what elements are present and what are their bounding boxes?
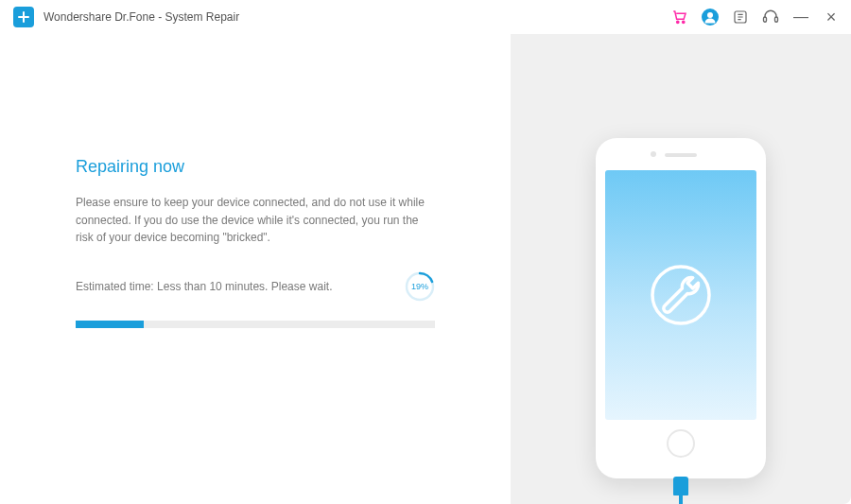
cable-illustration	[673, 477, 688, 504]
phone-illustration	[596, 138, 766, 478]
svg-point-3	[683, 21, 685, 23]
estimate-row: Estimated time: Less than 10 minutes. Pl…	[76, 271, 435, 302]
content: Repairing now Please ensure to keep your…	[0, 34, 851, 504]
progress-bar	[76, 321, 435, 328]
titlebar-controls: — ×	[671, 8, 840, 27]
account-icon[interactable]	[702, 9, 719, 26]
cable-plug	[673, 477, 688, 495]
close-button[interactable]: ×	[823, 8, 840, 27]
app-title: Wondershare Dr.Fone - System Repair	[43, 10, 671, 24]
wrench-icon	[648, 262, 714, 328]
left-pane: Repairing now Please ensure to keep your…	[0, 34, 511, 504]
progress-ring: 19%	[405, 271, 435, 302]
support-icon[interactable]	[762, 9, 779, 26]
progress-percent-label: 19%	[405, 271, 435, 302]
phone-home-button	[667, 429, 695, 458]
svg-point-5	[707, 12, 713, 18]
svg-rect-1	[18, 16, 29, 18]
estimate-text: Estimated time: Less than 10 minutes. Pl…	[76, 280, 332, 293]
progress-bar-fill	[76, 321, 144, 328]
illustration-pane	[511, 34, 851, 504]
phone-camera	[651, 151, 656, 157]
cart-icon[interactable]	[671, 9, 688, 26]
phone-speaker	[665, 153, 697, 157]
minimize-button[interactable]: —	[792, 9, 809, 26]
cable-wire	[679, 495, 683, 504]
svg-rect-8	[775, 17, 778, 22]
app-logo-icon	[13, 7, 34, 27]
phone-screen	[605, 170, 756, 420]
feedback-icon[interactable]	[732, 9, 749, 26]
svg-point-11	[652, 267, 709, 323]
svg-point-2	[677, 21, 679, 23]
titlebar: Wondershare Dr.Fone - System Repair	[0, 0, 851, 34]
svg-rect-7	[764, 17, 767, 22]
body-text: Please ensure to keep your device connec…	[76, 194, 435, 247]
page-heading: Repairing now	[76, 157, 435, 177]
